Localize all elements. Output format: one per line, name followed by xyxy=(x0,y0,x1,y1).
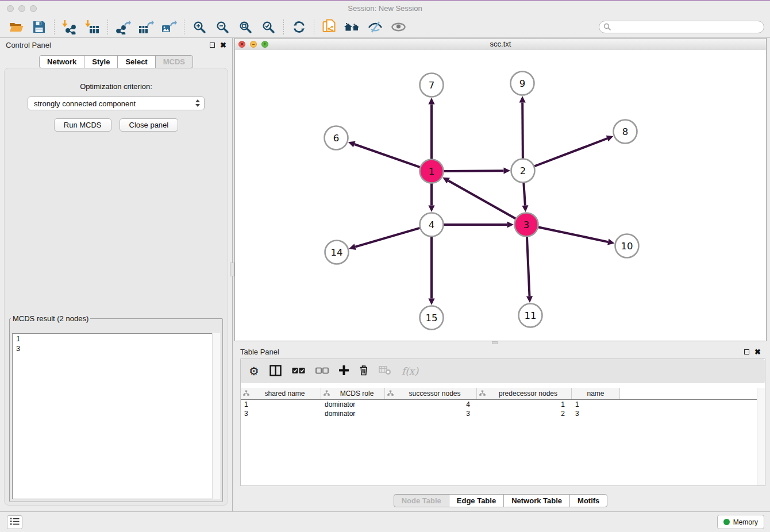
edge-1-2[interactable] xyxy=(443,171,504,171)
table-options-button[interactable]: ⚙ xyxy=(249,365,259,377)
column-header-name[interactable]: name xyxy=(572,388,620,399)
edge-arrowhead xyxy=(522,205,528,212)
cell-successor-nodes[interactable]: 4 xyxy=(385,400,477,408)
control-panel-header: Control Panel ✖ xyxy=(0,38,232,52)
delete-table-button[interactable] xyxy=(379,365,391,377)
tab-mcds[interactable]: MCDS xyxy=(155,55,193,68)
tab-node-table[interactable]: Node Table xyxy=(394,494,449,507)
column-header-mcds-role[interactable]: MCDS role xyxy=(321,388,385,399)
network-view-frame: ✕ – + scc.txt 7968124314101511 xyxy=(234,38,767,341)
result-scrollbar[interactable] xyxy=(212,333,220,499)
zoom-in-button[interactable] xyxy=(188,18,211,36)
show-columns-button[interactable] xyxy=(270,365,282,378)
export-network-button[interactable] xyxy=(111,18,134,36)
result-item[interactable]: 1 xyxy=(13,334,220,344)
home-button[interactable] xyxy=(341,18,364,36)
result-item[interactable]: 3 xyxy=(13,344,220,353)
column-header-shared-name[interactable]: shared name xyxy=(241,388,321,399)
edge-arrowhead xyxy=(428,206,434,213)
export-image-button[interactable] xyxy=(157,18,180,36)
close-panel-icon[interactable]: ✖ xyxy=(220,41,226,49)
graph-node-label: 8 xyxy=(622,126,629,137)
edge-3-11[interactable] xyxy=(527,236,530,296)
network-canvas[interactable]: 7968124314101511 xyxy=(235,50,766,341)
edge-1-6[interactable] xyxy=(355,144,421,168)
add-column-button[interactable] xyxy=(339,365,349,377)
table-scrollbar[interactable] xyxy=(757,388,765,485)
status-bar: Memory xyxy=(0,511,770,532)
mcds-result-list[interactable]: 13 xyxy=(12,333,220,499)
task-history-button[interactable] xyxy=(7,515,22,529)
horizontal-splitter-handle[interactable] xyxy=(492,341,498,344)
eye-icon xyxy=(391,20,406,34)
cell-predecessor-nodes[interactable]: 1 xyxy=(477,400,572,408)
float-panel-icon[interactable] xyxy=(744,349,749,354)
run-mcds-button[interactable]: Run MCDS xyxy=(54,118,111,132)
toolbar-separator xyxy=(283,20,284,34)
export-table-icon xyxy=(138,20,154,34)
edge-2-8[interactable] xyxy=(533,138,607,167)
edge-3-10[interactable] xyxy=(537,227,608,242)
zoom-out-button[interactable] xyxy=(211,18,234,36)
frame-minimize-icon[interactable]: – xyxy=(250,41,257,48)
float-panel-icon[interactable] xyxy=(210,43,215,48)
table-row[interactable]: 3dominator323 xyxy=(241,409,765,418)
cell-mcds-role[interactable]: dominator xyxy=(321,410,385,418)
edge-3-1[interactable] xyxy=(448,180,517,219)
edge-4-14[interactable] xyxy=(355,228,421,246)
close-panel-icon[interactable]: ✖ xyxy=(754,348,761,356)
cell-name[interactable]: 1 xyxy=(572,400,620,408)
cell-successor-nodes[interactable]: 3 xyxy=(385,410,477,418)
edge-arrowhead xyxy=(504,168,511,174)
graph-node-label: 7 xyxy=(429,80,435,91)
import-table-button[interactable] xyxy=(81,18,104,36)
save-session-button[interactable] xyxy=(28,18,51,36)
frame-close-icon[interactable]: ✕ xyxy=(238,41,245,48)
show-graphics-details-button[interactable] xyxy=(387,18,410,36)
edge-2-3[interactable] xyxy=(523,182,525,206)
open-session-button[interactable] xyxy=(5,18,28,36)
select-stepper-icon xyxy=(195,99,200,107)
export-table-button[interactable] xyxy=(134,18,157,36)
cell-name[interactable]: 3 xyxy=(572,410,620,418)
clone-network-button[interactable] xyxy=(318,18,341,36)
graph-node-label: 6 xyxy=(333,133,340,144)
column-header-successor-nodes[interactable]: successor nodes xyxy=(385,388,477,399)
main-toolbar xyxy=(0,16,770,38)
tab-edge-table[interactable]: Edge Table xyxy=(449,494,504,507)
cell-shared-name[interactable]: 1 xyxy=(241,400,321,408)
memory-button[interactable]: Memory xyxy=(717,515,764,529)
cell-shared-name[interactable]: 3 xyxy=(241,410,321,418)
table-panel-header: Table Panel ✖ xyxy=(234,345,767,358)
edge-2-9[interactable] xyxy=(522,103,523,160)
cell-predecessor-nodes[interactable]: 2 xyxy=(477,410,572,418)
tab-select[interactable]: Select xyxy=(117,55,155,68)
tab-network-table[interactable]: Network Table xyxy=(503,494,570,507)
zoom-selected-button[interactable] xyxy=(257,18,280,36)
criterion-select[interactable]: strongly connected component xyxy=(28,97,205,110)
function-builder-button[interactable]: f(x) xyxy=(402,365,418,377)
hide-graphics-details-button[interactable] xyxy=(364,18,387,36)
frame-maximize-icon[interactable]: + xyxy=(261,41,268,48)
cell-mcds-role[interactable]: dominator xyxy=(321,400,385,408)
close-panel-button[interactable]: Close panel xyxy=(120,118,179,132)
graph-node-label: 2 xyxy=(520,165,526,176)
table-row[interactable]: 1dominator411 xyxy=(241,400,765,409)
control-panel-title: Control Panel xyxy=(6,41,51,49)
toolbar-separator xyxy=(184,20,184,34)
apply-layout-button[interactable] xyxy=(287,18,310,36)
deselect-all-checkboxes-button[interactable] xyxy=(315,367,329,376)
vertical-splitter-handle[interactable] xyxy=(230,263,234,276)
column-header-predecessor-nodes[interactable]: predecessor nodes xyxy=(477,388,572,399)
optimization-criterion-label: Optimization criterion: xyxy=(5,82,228,91)
delete-column-button[interactable] xyxy=(359,365,368,377)
tab-network[interactable]: Network xyxy=(39,55,84,68)
zoom-fit-button[interactable] xyxy=(234,18,257,36)
select-all-checkboxes-button[interactable] xyxy=(292,367,305,376)
search-input[interactable] xyxy=(599,21,764,33)
tab-motifs[interactable]: Motifs xyxy=(569,494,607,507)
tab-style[interactable]: Style xyxy=(84,55,118,68)
export-image-icon xyxy=(161,20,177,34)
trash-icon xyxy=(359,365,368,377)
import-network-button[interactable] xyxy=(58,18,81,36)
